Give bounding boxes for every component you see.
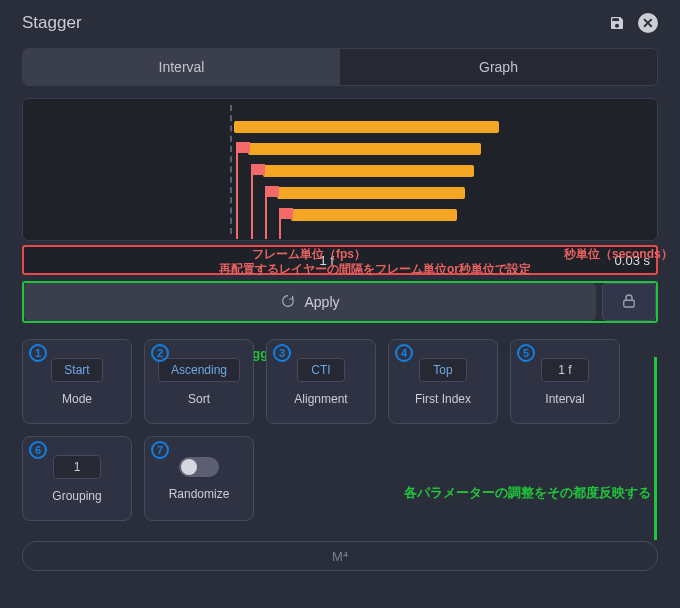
card-label: Interval [545, 392, 584, 406]
refresh-icon [280, 293, 296, 312]
svg-rect-0 [624, 300, 635, 307]
preview-bar [263, 165, 474, 177]
preview-offset-stem [279, 219, 281, 239]
annotation-interval-desc: 再配置するレイヤーの間隔をフレーム単位or秒単位で設定 [219, 261, 531, 278]
card-number: 5 [517, 344, 535, 362]
apply-button[interactable]: Apply [24, 283, 596, 321]
card-label: Grouping [52, 489, 101, 503]
toggle-knob [181, 459, 197, 475]
preview-offset-flag [265, 186, 279, 197]
preview-bar [291, 209, 457, 221]
header-actions: ✕ [606, 12, 658, 34]
stagger-panel: Stagger ✕ Interval Graph 1 f [0, 0, 680, 583]
tab-interval[interactable]: Interval [23, 49, 340, 85]
preview-bar [248, 143, 481, 155]
panel-title: Stagger [22, 13, 82, 33]
preview-bar [234, 121, 499, 133]
card-mode[interactable]: 1 Start Mode [22, 339, 132, 424]
preview-origin-line [230, 105, 232, 234]
card-value-mode[interactable]: Start [51, 358, 102, 382]
lock-icon [620, 292, 638, 313]
card-number: 2 [151, 344, 169, 362]
card-alignment[interactable]: 3 CTI Alignment [266, 339, 376, 424]
preview-offset-stem [251, 175, 253, 239]
save-icon[interactable] [606, 12, 628, 34]
interval-input-row: 1 f 0.03 s フレーム単位（fps） 秒単位（seconds） 再配置す… [22, 245, 658, 275]
tab-graph[interactable]: Graph [340, 49, 657, 85]
card-number: 1 [29, 344, 47, 362]
footer-label: M⁴ [332, 549, 348, 564]
annotation-rail [654, 357, 657, 540]
panel-header: Stagger ✕ [22, 12, 658, 34]
card-value-alignment[interactable]: CTI [297, 358, 345, 382]
preview-offset-flag [279, 208, 293, 219]
preview-offset-stem [265, 197, 267, 239]
card-value-sort[interactable]: Ascending [158, 358, 240, 382]
card-label: Randomize [169, 487, 230, 501]
card-number: 6 [29, 441, 47, 459]
stagger-preview [22, 98, 658, 241]
card-label: Mode [62, 392, 92, 406]
card-number: 4 [395, 344, 413, 362]
preview-offset-flag [236, 142, 250, 153]
card-label: Alignment [294, 392, 347, 406]
apply-label: Apply [304, 294, 339, 310]
card-label: First Index [415, 392, 471, 406]
preview-offset-flag [251, 164, 265, 175]
annotation-seconds-unit: 秒単位（seconds） [564, 246, 673, 263]
preview-bar [277, 187, 465, 199]
preview-offset-stem [236, 153, 238, 239]
lock-button[interactable] [602, 283, 656, 321]
card-randomize[interactable]: 7 Randomize [144, 436, 254, 521]
apply-row: Apply [22, 281, 658, 323]
close-icon[interactable]: ✕ [638, 13, 658, 33]
card-sort[interactable]: 2 Ascending Sort [144, 339, 254, 424]
tab-bar: Interval Graph [22, 48, 658, 86]
card-number: 7 [151, 441, 169, 459]
footer-button[interactable]: M⁴ [22, 541, 658, 571]
card-value-interval[interactable]: 1 f [541, 358, 589, 382]
card-value-first-index[interactable]: Top [419, 358, 467, 382]
card-interval[interactable]: 5 1 f Interval [510, 339, 620, 424]
annotation-reflect-param: 各パラメーターの調整をその都度反映する [404, 484, 651, 502]
card-value-grouping[interactable]: 1 [53, 455, 101, 479]
card-label: Sort [188, 392, 210, 406]
randomize-toggle[interactable] [179, 457, 219, 477]
card-grouping[interactable]: 6 1 Grouping [22, 436, 132, 521]
card-first-index[interactable]: 4 Top First Index [388, 339, 498, 424]
card-number: 3 [273, 344, 291, 362]
